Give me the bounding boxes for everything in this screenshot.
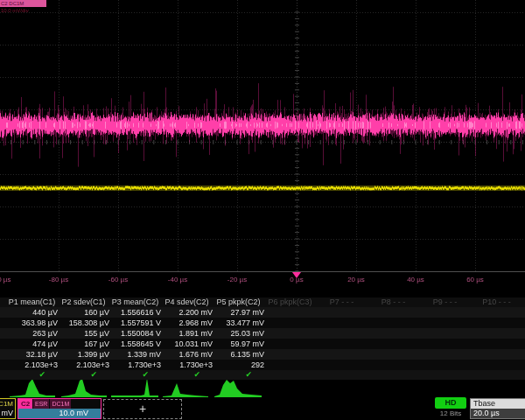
measure-table-row: 474 µV167 µV1.558645 V10.031 mV59.97 mV (0, 339, 525, 349)
c2-esr-badge: ESR (33, 399, 49, 409)
oscilloscope-screen: C2 DC1M 10.0 mV/div -100 µs-80 µs-60 µs-… (0, 0, 525, 420)
measure-value-cell (471, 349, 522, 360)
c2-coupling-badge: DC1M (50, 399, 71, 409)
c1-scale-value: 10.0 mV (0, 409, 15, 418)
measure-value-cell: 27.97 mV (213, 307, 264, 318)
measure-column-header[interactable]: P8 - - - (368, 298, 419, 307)
time-axis-label: 60 µs (466, 276, 484, 284)
measure-value-cell: 1.339 mV (109, 349, 161, 360)
measure-value-cell: 32.18 µV (6, 349, 58, 360)
trace-info-badge: C2 DC1M (0, 0, 46, 7)
channel-c2-descriptor[interactable]: C2 ESR DC1M 10.0 mV (18, 398, 102, 419)
measure-value-cell: 160 µV (58, 307, 109, 318)
time-axis-label: -60 µs (108, 276, 128, 284)
timebase-descriptor[interactable]: Tbase 20.0 µs (470, 398, 525, 419)
add-trace-button[interactable]: + (103, 399, 182, 419)
measure-value-cell (419, 307, 471, 318)
measure-column-header[interactable]: P2 sdev(C1) (58, 298, 109, 307)
measure-value-cell: 440 µV (6, 307, 58, 318)
measure-value-cell (368, 307, 419, 318)
measure-value-cell (316, 339, 368, 349)
measure-value-cell (471, 339, 522, 349)
measure-value-cell (316, 307, 368, 318)
c1-coupling-label: DC1M (0, 399, 15, 409)
measure-value-cell (264, 349, 316, 360)
measurement-histicons (0, 379, 525, 398)
measure-value-cell: 1.557591 V (109, 318, 161, 328)
measure-value-cell: 1.399 µV (58, 349, 109, 360)
time-axis-label: 40 µs (407, 276, 424, 284)
measure-value-cell (316, 328, 368, 339)
measure-value-cell (471, 307, 522, 318)
time-axis-label: -100 µs (0, 276, 10, 284)
measure-value-cell (419, 339, 471, 349)
measure-value-cell (368, 328, 419, 339)
measure-table-row: 32.18 µV1.399 µV1.339 mV1.676 mV6.135 mV (0, 349, 525, 360)
measure-column-header[interactable]: P5 pkpk(C2) (213, 298, 264, 307)
measure-value-cell: 1.556616 V (109, 307, 161, 318)
measure-value-cell: 1.730e+3 (161, 360, 213, 370)
measure-value-cell (419, 360, 471, 370)
time-axis-label: -40 µs (168, 276, 187, 284)
c2-channel-label: C2 (18, 399, 32, 409)
measure-table-row: 263 µV155 µV1.550084 V1.891 mV25.03 mV (0, 328, 525, 339)
measure-value-cell (368, 339, 419, 349)
measure-table-row: 440 µV160 µV1.556616 V2.200 mV27.97 mV (0, 307, 525, 318)
measure-value-cell: 167 µV (58, 339, 109, 349)
measure-value-cell: 25.03 mV (213, 328, 264, 339)
measure-value-cell (368, 360, 419, 370)
measure-column-header[interactable]: P6 pkpk(C3) (264, 298, 316, 307)
measure-value-cell (419, 328, 471, 339)
measure-column-header[interactable]: P10 - - - (471, 298, 522, 307)
timebase-label: Tbase (471, 399, 525, 409)
measure-column-header[interactable]: P3 mean(C2) (109, 298, 161, 307)
measure-column-header[interactable]: P1 mean(C1) (6, 298, 58, 307)
measure-value-cell (264, 328, 316, 339)
time-axis-label: -20 µs (228, 276, 247, 284)
trigger-position-marker[interactable] (292, 272, 301, 278)
measure-value-cell (368, 318, 419, 328)
measure-value-cell: 10.031 mV (161, 339, 213, 349)
measure-value-cell (264, 339, 316, 349)
time-axis: -100 µs-80 µs-60 µs-40 µs-20 µs0 µs20 µs… (0, 272, 525, 291)
measure-value-cell (419, 349, 471, 360)
measure-value-cell: 1.891 mV (161, 328, 213, 339)
c1-trace[interactable] (0, 184, 525, 193)
channel-c1-descriptor[interactable]: DC1M 10.0 mV (0, 398, 16, 419)
measure-value-cell (368, 349, 419, 360)
hd-mode-badge[interactable]: HD (435, 397, 466, 409)
measure-value-cell (264, 307, 316, 318)
measure-value-cell: 474 µV (6, 339, 58, 349)
measure-value-cell: 158.308 µV (58, 318, 109, 328)
measure-value-cell (471, 360, 522, 370)
measure-value-cell: 292 (213, 360, 264, 370)
measure-value-cell: 33.477 mV (213, 318, 264, 328)
timebase-value: 20.0 µs (471, 409, 525, 418)
measure-value-cell: 2.103e+3 (58, 360, 109, 370)
measure-value-cell (316, 318, 368, 328)
bottom-bar: DC1M 10.0 mV C2 ESR DC1M 10.0 mV + HD 12… (0, 397, 525, 420)
measure-column-header[interactable]: P7 - - - (316, 298, 368, 307)
measure-value-cell: 1.550084 V (109, 328, 161, 339)
measure-value-cell: 155 µV (58, 328, 109, 339)
trace-info-subtext: 10.0 mV/div (0, 8, 41, 13)
measure-value-cell (471, 328, 522, 339)
measure-value-cell (419, 318, 471, 328)
c2-scale-value: 10.0 mV (18, 409, 101, 418)
measure-value-cell: 363.98 µV (6, 318, 58, 328)
measure-value-cell (264, 318, 316, 328)
measure-value-cell (316, 349, 368, 360)
measure-value-cell: 1.676 mV (161, 349, 213, 360)
measure-value-cell: 2.103e+3 (6, 360, 58, 370)
measure-column-header[interactable]: P9 - - - (419, 298, 471, 307)
measure-value-cell (316, 360, 368, 370)
measure-value-cell: 2.200 mV (161, 307, 213, 318)
measure-value-cell: 1.730e+3 (109, 360, 161, 370)
measure-value-cell (264, 360, 316, 370)
measure-column-header[interactable]: P4 sdev(C2) (161, 298, 213, 307)
measure-table-row: P1 mean(C1)P2 sdev(C1)P3 mean(C2)P4 sdev… (0, 298, 525, 307)
measurement-table: P1 mean(C1)P2 sdev(C1)P3 mean(C2)P4 sdev… (0, 298, 525, 380)
c2-trace[interactable] (0, 94, 525, 158)
measure-table-row: 2.103e+32.103e+31.730e+31.730e+3292 (0, 360, 525, 370)
time-axis-label: 20 µs (347, 276, 365, 284)
